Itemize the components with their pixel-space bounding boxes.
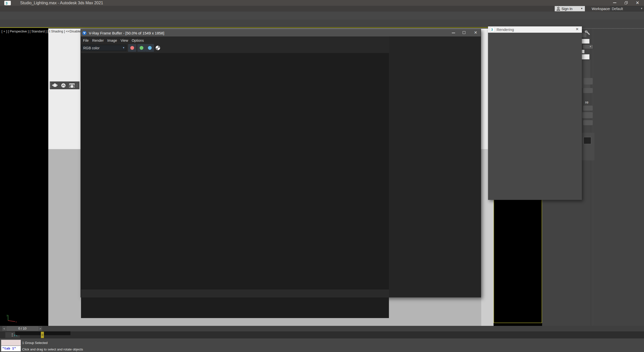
svg-text:x: x xyxy=(16,321,17,323)
svg-text:y: y xyxy=(7,314,8,317)
